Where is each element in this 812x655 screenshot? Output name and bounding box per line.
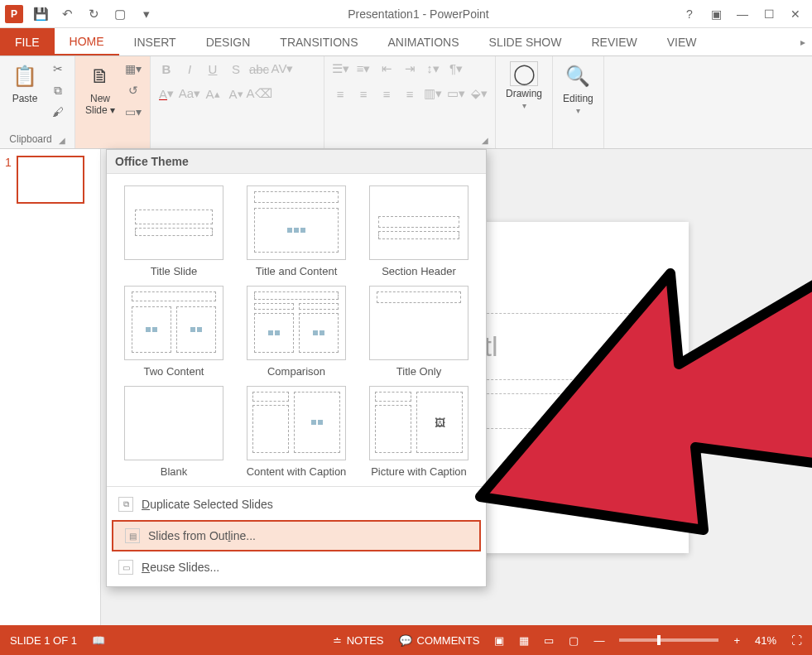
align-left-button[interactable]: ≡ xyxy=(331,84,349,103)
tab-design[interactable]: DESIGN xyxy=(191,28,266,55)
layout-title-and-content[interactable]: Title and Content xyxy=(241,185,352,277)
clipboard-dialog-launcher-icon[interactable]: ◢ xyxy=(59,136,65,145)
slide-thumbnail[interactable]: 1 xyxy=(5,156,95,204)
minimize-icon[interactable]: — xyxy=(734,6,751,22)
increase-indent-button[interactable]: ⇥ xyxy=(401,60,419,78)
collapse-ribbon-icon[interactable]: ▸ xyxy=(800,28,812,55)
strikethrough-button[interactable]: abc xyxy=(250,60,268,78)
align-text-button[interactable]: ▭▾ xyxy=(447,84,465,103)
layout-two-content[interactable]: Two Content xyxy=(118,286,229,378)
normal-view-icon[interactable]: ▣ xyxy=(494,634,504,647)
layout-section-header[interactable]: Section Header xyxy=(363,185,474,277)
justify-button[interactable]: ≡ xyxy=(401,84,419,103)
group-clipboard: 📋 Paste ✂ ⧉ 🖌 Clipboard ◢ xyxy=(0,56,75,148)
app-icon: P xyxy=(5,5,23,23)
find-icon: 🔍 xyxy=(563,61,593,91)
zoom-level[interactable]: 41% xyxy=(755,634,776,647)
window-title: Presentation1 - PowerPoint xyxy=(156,7,681,21)
align-center-button[interactable]: ≡ xyxy=(354,84,372,103)
numbering-button[interactable]: ≡▾ xyxy=(354,60,372,78)
zoom-slider[interactable] xyxy=(619,638,718,642)
layout-content-with-caption[interactable]: Content with Caption xyxy=(241,386,352,478)
change-case-button[interactable]: Aa▾ xyxy=(180,84,199,103)
layout-comparison[interactable]: Comparison xyxy=(241,286,352,378)
slide-thumbnails-pane: 1 xyxy=(0,149,101,625)
qat-customize-icon[interactable]: ▾ xyxy=(137,5,156,23)
undo-icon[interactable]: ↶ xyxy=(58,5,76,23)
slide-number: 1 xyxy=(5,156,12,204)
reuse-label: Reuse Slides... xyxy=(142,561,219,574)
smartart-button[interactable]: ⬙▾ xyxy=(470,84,488,103)
reading-view-icon[interactable]: ▭ xyxy=(544,634,554,647)
layout-picture-with-caption[interactable]: 🖼 Picture with Caption xyxy=(363,386,474,478)
layout-label: Picture with Caption xyxy=(371,465,467,478)
shadow-button[interactable]: S xyxy=(227,60,245,78)
align-right-button[interactable]: ≡ xyxy=(377,84,396,103)
fit-to-window-icon[interactable]: ⛶ xyxy=(791,634,802,647)
bullets-button[interactable]: ☰▾ xyxy=(331,60,349,78)
tab-slideshow[interactable]: SLIDE SHOW xyxy=(474,28,577,55)
decrease-indent-button[interactable]: ⇤ xyxy=(377,60,396,78)
cut-icon[interactable]: ✂ xyxy=(48,60,68,78)
duplicate-label: Duplicate Selected Slides xyxy=(142,498,273,511)
layout-icon[interactable]: ▦▾ xyxy=(123,60,143,78)
drawing-button[interactable]: ◯ Drawing ▾ xyxy=(502,60,545,112)
layout-title-only[interactable]: Title Only xyxy=(363,286,474,378)
zoom-out-button[interactable]: — xyxy=(593,634,604,647)
redo-icon[interactable]: ↻ xyxy=(84,5,103,23)
columns-button[interactable]: ▥▾ xyxy=(424,84,442,103)
slides-from-outline[interactable]: ▤ Slides from Outline... xyxy=(112,520,481,551)
clear-formatting-button[interactable]: A⌫ xyxy=(250,84,268,103)
duplicate-selected-slides[interactable]: ⧉ Duplicate Selected Slides xyxy=(107,490,486,518)
editing-button[interactable]: 🔍 Editing ▾ xyxy=(560,60,597,117)
slide-sorter-view-icon[interactable]: ▦ xyxy=(519,634,529,647)
tab-view[interactable]: VIEW xyxy=(652,28,712,55)
paste-label: Paste xyxy=(12,93,38,104)
line-spacing-button[interactable]: ↕▾ xyxy=(424,60,442,78)
start-from-beginning-icon[interactable]: ▢ xyxy=(111,5,129,23)
comments-label: COMMENTS xyxy=(417,634,480,647)
reuse-slides[interactable]: ▭ Reuse Slides... xyxy=(107,553,486,581)
copy-icon[interactable]: ⧉ xyxy=(48,81,68,99)
tab-insert[interactable]: INSERT xyxy=(119,28,191,55)
help-icon[interactable]: ? xyxy=(681,6,698,22)
notes-button[interactable]: ≐NOTES xyxy=(333,634,384,647)
layout-grid: Title Slide Title and Content Section He… xyxy=(107,174,486,483)
layout-label: Content with Caption xyxy=(247,465,347,478)
save-icon[interactable]: 💾 xyxy=(31,5,50,23)
shrink-font-button[interactable]: A▾ xyxy=(227,84,245,103)
section-icon[interactable]: ▭▾ xyxy=(123,103,143,121)
format-painter-icon[interactable]: 🖌 xyxy=(48,103,68,121)
tab-transitions[interactable]: TRANSITIONS xyxy=(265,28,372,55)
bold-button[interactable]: B xyxy=(157,60,175,78)
reset-icon[interactable]: ↺ xyxy=(123,81,143,99)
italic-button[interactable]: I xyxy=(180,60,199,78)
ribbon-display-icon[interactable]: ▣ xyxy=(708,6,724,22)
text-direction-button[interactable]: ¶▾ xyxy=(447,60,465,78)
maximize-icon[interactable]: ☐ xyxy=(761,6,777,22)
outline-icon: ▤ xyxy=(125,528,140,543)
layout-blank[interactable]: Blank xyxy=(118,386,229,478)
paste-button[interactable]: 📋 Paste xyxy=(7,60,43,106)
slideshow-view-icon[interactable]: ▢ xyxy=(569,634,579,647)
group-slides: 🗎 New Slide ▾ ▦▾ ↺ ▭▾ xyxy=(75,56,151,148)
notes-label: NOTES xyxy=(347,634,384,647)
close-icon[interactable]: ✕ xyxy=(787,6,804,22)
layout-title-slide[interactable]: Title Slide xyxy=(118,185,229,277)
zoom-in-button[interactable]: + xyxy=(733,634,740,647)
paragraph-dialog-launcher-icon[interactable]: ◢ xyxy=(482,136,488,145)
chevron-down-icon: ▾ xyxy=(522,101,526,110)
grow-font-button[interactable]: A▴ xyxy=(204,84,222,103)
font-color-button[interactable]: A▾ xyxy=(157,84,175,103)
spelling-icon[interactable]: 📖 xyxy=(92,634,105,647)
title-bar: P 💾 ↶ ↻ ▢ ▾ Presentation1 - PowerPoint ?… xyxy=(0,0,812,28)
underline-button[interactable]: U xyxy=(204,60,222,78)
tab-review[interactable]: REVIEW xyxy=(576,28,651,55)
tab-animations[interactable]: ANIMATIONS xyxy=(372,28,473,55)
tab-file[interactable]: FILE xyxy=(0,28,55,55)
ribbon: 📋 Paste ✂ ⧉ 🖌 Clipboard ◢ 🗎 New Slide ▾ … xyxy=(0,56,812,149)
tab-home[interactable]: HOME xyxy=(55,28,119,55)
comments-button[interactable]: 💬COMMENTS xyxy=(399,634,480,647)
character-spacing-button[interactable]: AV▾ xyxy=(273,60,291,78)
new-slide-button[interactable]: 🗎 New Slide ▾ xyxy=(82,60,118,118)
